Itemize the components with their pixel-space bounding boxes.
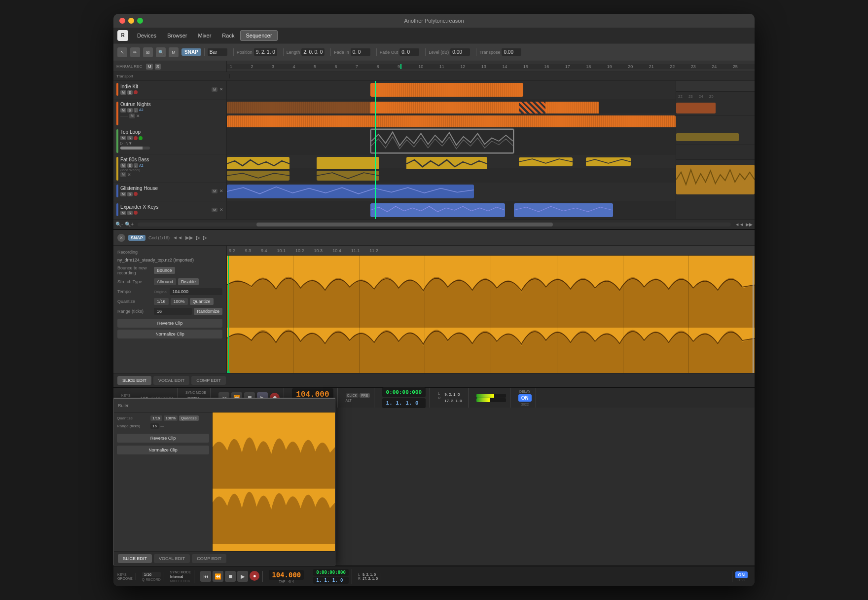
s-quantize-val[interactable]: 1/16 (150, 415, 162, 421)
st-delay-btn[interactable]: ON (735, 571, 748, 578)
bounce-btn[interactable]: Bounce (154, 267, 175, 274)
clip-snap-btn[interactable]: SNAP (128, 235, 145, 241)
time-display[interactable]: 0:00:00:000 (382, 387, 426, 397)
position-value[interactable]: 9. 2. 1. 0 (254, 48, 277, 56)
reverse-clip-btn[interactable]: Reverse Clip (117, 319, 222, 328)
tool-select[interactable]: ↖ (117, 47, 127, 57)
s-tab-vocal[interactable]: VOCAL EDIT (154, 554, 190, 563)
expander-clip1[interactable] (370, 203, 505, 217)
st-loop-r[interactable]: 17. 2. 1. 0 (362, 577, 378, 580)
menu-sequencer[interactable]: Sequencer (240, 30, 277, 41)
tab-slice-edit[interactable]: SLICE EDIT (117, 376, 151, 385)
tool-eraser[interactable]: ⊠ (143, 47, 153, 57)
nav-left[interactable]: ◄◄ (173, 235, 182, 240)
s-tab-slice[interactable]: SLICE EDIT (118, 554, 152, 563)
s-quantize-pct[interactable]: 100% (164, 415, 178, 421)
st-rewind[interactable]: ⏮ (200, 571, 211, 582)
tab-comp-edit[interactable]: COMP EDIT (191, 376, 226, 385)
menu-mixer[interactable]: Mixer (193, 31, 216, 40)
s-randomize-btn[interactable] (160, 426, 164, 427)
loop-end[interactable]: 17. 2. 1. 0 (442, 398, 464, 404)
st-rwd[interactable]: ⏪ (213, 571, 223, 582)
menu-rack[interactable]: Rack (217, 31, 239, 40)
st-bpm[interactable]: 104.000 (269, 570, 304, 580)
loop-start[interactable]: 9. 2. 1. 0 (442, 392, 464, 397)
maximize-button[interactable] (137, 18, 143, 24)
expander-clip2[interactable] (514, 203, 613, 217)
st-rec[interactable]: ● (250, 571, 259, 581)
tab-vocal-edit[interactable]: VOCAL EDIT (153, 376, 189, 385)
pre-label[interactable]: PRE (360, 393, 369, 398)
second-waveform[interactable] (213, 412, 335, 551)
top-loop-clip[interactable] (370, 129, 514, 153)
delay-on-btn[interactable]: ON (518, 394, 532, 402)
transpose-value[interactable]: 0.00 (502, 48, 521, 56)
normalize-clip-btn[interactable]: Normalize Clip (117, 330, 222, 338)
indie-kit-clip[interactable] (370, 83, 523, 97)
s-range-val[interactable]: 16 (150, 423, 159, 429)
fat80s-mod2[interactable] (317, 171, 379, 181)
stretch-dropdown[interactable]: Allround (154, 278, 176, 285)
tool-zoom[interactable]: 🔍 (156, 47, 166, 57)
tempo-value[interactable]: 104.000 (170, 288, 222, 295)
s-reverse-btn[interactable]: Reverse Clip (117, 434, 209, 443)
waveform-display[interactable] (227, 256, 755, 373)
nav-zoom-out[interactable]: ▷ (203, 235, 207, 240)
close-button[interactable] (119, 18, 125, 24)
quantize-apply-btn[interactable]: Quantize (190, 298, 214, 305)
nav-btn-2[interactable]: ▶▶ (746, 222, 753, 227)
waveform-area: 9.2 9.3 9.4 10.1 10.2 10.3 10.4 11.1 11.… (227, 246, 755, 373)
length-section: Length 2. 0. 0. 0 (283, 48, 327, 56)
bar-value[interactable]: Bar (208, 48, 227, 56)
menu-devices[interactable]: Devices (132, 31, 161, 40)
m-btn[interactable]: M (146, 64, 153, 70)
ik-m2[interactable]: M (212, 87, 217, 92)
range-value[interactable]: 16 (154, 308, 192, 315)
waveform-end-handle[interactable] (753, 256, 754, 373)
traffic-lights (119, 18, 143, 24)
s-quantize-btn[interactable]: Quantize (179, 415, 199, 421)
tool-mute[interactable]: M (169, 47, 179, 57)
level-value[interactable]: 0.00 (450, 48, 470, 56)
fadeout-value[interactable]: 0. 0 (399, 48, 419, 56)
ik-s[interactable]: S (127, 90, 133, 95)
disable-btn[interactable]: Disable (178, 278, 199, 285)
snap-button[interactable]: SNAP (181, 48, 201, 56)
tool-pencil[interactable]: ✏ (130, 47, 140, 57)
reason-logo[interactable]: R (117, 30, 128, 41)
minimize-button[interactable] (128, 18, 134, 24)
menu-browser[interactable]: Browser (162, 31, 192, 40)
fat80s-clip4[interactable] (519, 157, 573, 166)
nav-btn-1[interactable]: ◄◄ (735, 222, 744, 227)
zoom-in-btn[interactable]: 🔍+ (125, 222, 134, 227)
glistening-clip[interactable] (227, 185, 474, 198)
track-clips-panel[interactable] (227, 81, 676, 219)
fat80s-mod1[interactable] (227, 171, 289, 181)
ik-rec[interactable] (134, 90, 138, 94)
ik-m[interactable]: M (120, 90, 126, 95)
fat80s-clip5[interactable] (586, 157, 631, 166)
quantize-dropdown[interactable]: 1/16 (154, 298, 169, 305)
clip-edit-ruler: 9.2 9.3 9.4 10.1 10.2 10.3 10.4 11.1 11.… (227, 246, 755, 256)
h-scrollbar[interactable] (138, 223, 731, 226)
st-stop[interactable]: ⏹ (225, 571, 236, 582)
st-quantize[interactable]: 1/16 (142, 572, 161, 577)
s-normalize-btn[interactable]: Normalize Clip (117, 446, 209, 454)
quantize-pct-dropdown[interactable]: 100% (171, 298, 188, 305)
length-value[interactable]: 2. 0. 0. 0 (301, 48, 325, 56)
st-loop-l[interactable]: 9. 2. 1. 0 (362, 573, 378, 576)
ce-ruler-8: 11.1 (351, 248, 360, 253)
zoom-out-btn[interactable]: 🔍- (115, 222, 123, 227)
randomize-btn[interactable]: Randomize (194, 308, 222, 315)
s-btn[interactable]: S (155, 64, 161, 70)
close-clip-editor[interactable]: ✕ (117, 234, 125, 242)
ik-x[interactable]: ✕ (219, 87, 223, 92)
toploop-fader[interactable] (120, 147, 150, 150)
position-display[interactable]: 1. 1. 1. 0 (382, 398, 426, 408)
fadein-value[interactable]: 0. 0 (351, 48, 370, 56)
s-tab-comp[interactable]: COMP EDIT (192, 554, 226, 563)
nav-zoom-in[interactable]: ▷ (196, 235, 200, 240)
nav-right[interactable]: ▶▶ (185, 235, 193, 240)
st-play[interactable]: ▶ (237, 571, 248, 582)
click-label[interactable]: CLICK (346, 393, 359, 398)
